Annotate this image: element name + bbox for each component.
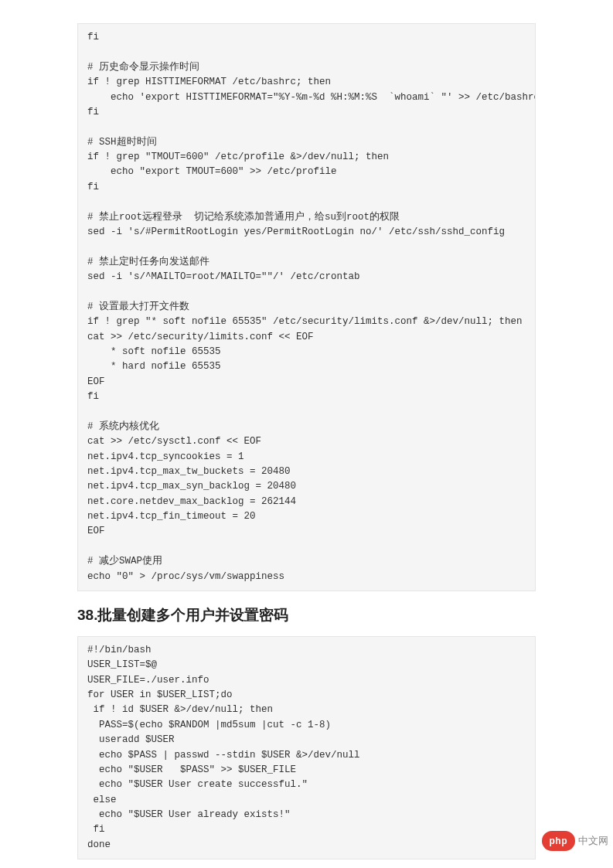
- code-block-1: fi # 历史命令显示操作时间 if ! grep HISTTIMEFORMAT…: [77, 23, 536, 591]
- code-block-2: #!/bin/bash USER_LIST=$@ USER_FILE=./use…: [77, 636, 536, 859]
- watermark-badge: php: [542, 831, 576, 851]
- watermark-badge-text: php: [550, 836, 568, 846]
- heading-38: 38.批量创建多个用户并设置密码: [77, 605, 536, 625]
- page-content: fi # 历史命令显示操作时间 if ! grep HISTTIMEFORMAT…: [0, 0, 613, 868]
- watermark-cn-text: 中文网: [578, 834, 608, 848]
- watermark: php 中文网: [542, 831, 609, 851]
